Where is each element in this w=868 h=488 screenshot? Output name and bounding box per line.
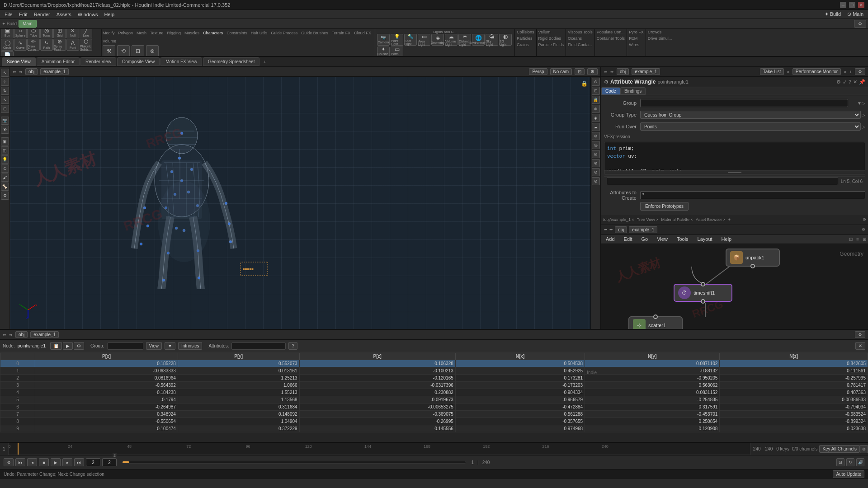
tool-sphere[interactable]: ○Sphere (14, 29, 27, 38)
light-spot[interactable]: 🔦Spot Light (404, 34, 417, 46)
section-rigidbodies[interactable]: Rigid Bodies (538, 36, 564, 41)
tab-composite[interactable]: Composite View (117, 57, 160, 66)
section-collisions[interactable]: Collisions (517, 30, 534, 34)
vp-tool-4[interactable]: ⊕ (592, 105, 600, 113)
menu-help[interactable]: Help (101, 11, 117, 18)
tl-snap-btn[interactable]: ⊡ (836, 458, 844, 466)
section-polygon[interactable]: Polygon (118, 31, 133, 35)
section-hair[interactable]: Hair Utils (251, 31, 268, 35)
vp-tool-5[interactable]: ◈ (592, 114, 600, 122)
vp-tool-10[interactable]: ⊛ (592, 159, 600, 167)
tool-grid[interactable]: ⊞Grid (53, 29, 66, 38)
sidebar-select[interactable]: ↖ (1, 69, 9, 77)
vp-tool-9[interactable]: ⊠ (592, 150, 600, 158)
gs-btn-3[interactable]: ⚙ (74, 342, 84, 350)
ng-settings-btn[interactable]: ⚙ (862, 227, 865, 232)
node-scatter1[interactable]: ⊹ scatter1 (628, 316, 683, 329)
vp-tool-11[interactable]: ⊜ (592, 168, 600, 176)
light-env[interactable]: 🌐Environment (472, 34, 485, 46)
menu-build[interactable]: ✦ Build (822, 10, 844, 18)
ng-menu-add[interactable]: Add (603, 235, 618, 243)
tl-subframe-input[interactable] (102, 458, 117, 466)
scatter1-input-dot[interactable] (653, 314, 658, 319)
menu-render[interactable]: Render (31, 11, 53, 18)
aw-grouptype-select[interactable]: Guess from Group (640, 111, 861, 119)
section-fem[interactable]: FEM (629, 36, 644, 41)
vp-tool-7[interactable]: ⊗ (592, 132, 600, 140)
rp-forward[interactable]: ➡ (610, 70, 614, 74)
light-area[interactable]: ▭Area Light (418, 34, 430, 46)
rp-obj-nav[interactable]: obj (617, 68, 629, 75)
col-pz[interactable]: P[z] (299, 353, 455, 360)
light-caustic[interactable]: ✦Caustic Light (377, 47, 390, 57)
tool-null[interactable]: ✕Null (66, 29, 79, 38)
table-row[interactable]: 7 0.348924 0.148092 -0.369075 0.561288 -… (0, 411, 868, 418)
ng-example-btn[interactable]: example_1 (629, 226, 657, 233)
section-rigging[interactable]: Rigging (167, 31, 181, 35)
section-guide[interactable]: Guide Process (271, 31, 297, 35)
aw-pin[interactable]: 📌 (859, 79, 865, 85)
aw-grouptype-menu[interactable]: ▷ (862, 113, 865, 117)
table-row[interactable]: 2 0.0816964 1.25213 -0.120165 0.173281 -… (0, 375, 868, 382)
tl-rewind-btn[interactable]: ⏮ (15, 458, 25, 466)
menu-file[interactable]: File (2, 11, 15, 18)
gs-close-btn[interactable]: ✕ (855, 342, 865, 350)
tool-path[interactable]: ⤷Path (40, 39, 53, 51)
section-populate-con[interactable]: Populate Con... (597, 30, 625, 34)
rp-settings-btn[interactable]: ⚙ (855, 68, 865, 75)
take-list-btn[interactable]: Take List (760, 68, 784, 75)
tool-draw-curve[interactable]: ✏Draw Curve (27, 39, 40, 51)
aw-tab-code[interactable]: Code (601, 87, 620, 95)
tl-ff-btn[interactable]: ⏭ (74, 458, 84, 466)
table-row[interactable]: 0 -0.185228 0.552073 0.106328 0.504538 0… (0, 360, 868, 367)
section-crowds[interactable]: Crowds (648, 30, 672, 34)
rp-add-tab[interactable]: + (849, 69, 852, 75)
vex-resize-handle[interactable] (604, 170, 865, 174)
section-drive-simul[interactable]: Drive Simul... (648, 36, 672, 41)
tool-line[interactable]: ╱Line (80, 29, 92, 38)
tool-font[interactable]: AFont (66, 39, 79, 51)
table-row[interactable]: 3 -0.564392 1.0666 -0.0317396 -0.173203 … (0, 382, 868, 389)
tl-frame-input[interactable]: 2 (86, 458, 100, 466)
ng-filter-icon[interactable]: ⊡ (849, 237, 853, 242)
sidebar-rotate[interactable]: ↻ (1, 87, 9, 95)
aw-attrs-input[interactable] (640, 191, 865, 199)
tool-deform-1[interactable]: ⚒ (103, 45, 115, 57)
section-volume[interactable]: Volume (103, 39, 116, 43)
viewport-scene[interactable]: ■■■■■ 人人素材 RRCG RRCG 🔒 ⊙ ⊡ 🔒 ⊕ ◈ ☁ ⊗ ◎ ⊠… (10, 77, 600, 329)
ng-menu-help[interactable]: Help (719, 235, 735, 243)
section-cloud[interactable]: Cloud FX (354, 31, 371, 35)
vp-tool-3[interactable]: 🔒 (592, 96, 600, 104)
table-row[interactable]: 5 -0.1794 1.13568 -0.0919673 -0.966579 -… (0, 396, 868, 404)
ng-settings[interactable]: ⚙ (863, 217, 866, 222)
light-geometry[interactable]: ◈Geometry (431, 34, 444, 46)
ng-list-icon[interactable]: ≡ (856, 237, 859, 242)
timeshift1-output-dot[interactable] (701, 299, 705, 304)
section-mesh[interactable]: Mesh (137, 31, 146, 35)
ng-menu-tools[interactable]: Tools (674, 235, 691, 243)
aw-expand[interactable]: ⤢ (843, 79, 847, 85)
menu-assets[interactable]: Assets (54, 11, 74, 18)
vp-tool-6[interactable]: ☁ (592, 123, 600, 131)
tool-spray-paint[interactable]: ⊕Spray Paint (53, 39, 66, 51)
rp-back[interactable]: ⬅ (604, 70, 608, 74)
ng-forward[interactable]: ➡ (609, 227, 613, 232)
section-brushes[interactable]: Guide Brushes (301, 31, 328, 35)
section-container-tools[interactable]: Container Tools (597, 36, 625, 41)
light-camera[interactable]: 📷Camera (377, 34, 390, 46)
section-particles[interactable]: Particles (517, 36, 534, 41)
persp-btn[interactable]: Persp (529, 68, 547, 75)
sidebar-paint[interactable]: 🖌 (1, 174, 9, 182)
sidebar-camera[interactable]: 📷 (1, 117, 9, 125)
light-portal[interactable]: ▭Portal Light (391, 47, 403, 57)
sidebar-handle[interactable]: ⊡ (1, 105, 9, 113)
tool-file[interactable]: 📄File (1, 51, 14, 57)
vp-tool-8[interactable]: ◎ (592, 141, 600, 149)
add-tab-button[interactable]: + (260, 58, 269, 66)
timeline-track[interactable]: 0 24 48 72 96 120 144 168 192 216 240 (8, 443, 750, 455)
table-row[interactable]: 8 -0.550654 1.04904 -0.26995 -0.357655 0… (0, 418, 868, 425)
tl-stop-btn[interactable]: ■ (39, 458, 49, 466)
timeshift1-input-dot[interactable] (701, 282, 705, 286)
section-oceans[interactable]: Oceans (568, 36, 593, 41)
menu-edit[interactable]: Edit (16, 11, 30, 18)
